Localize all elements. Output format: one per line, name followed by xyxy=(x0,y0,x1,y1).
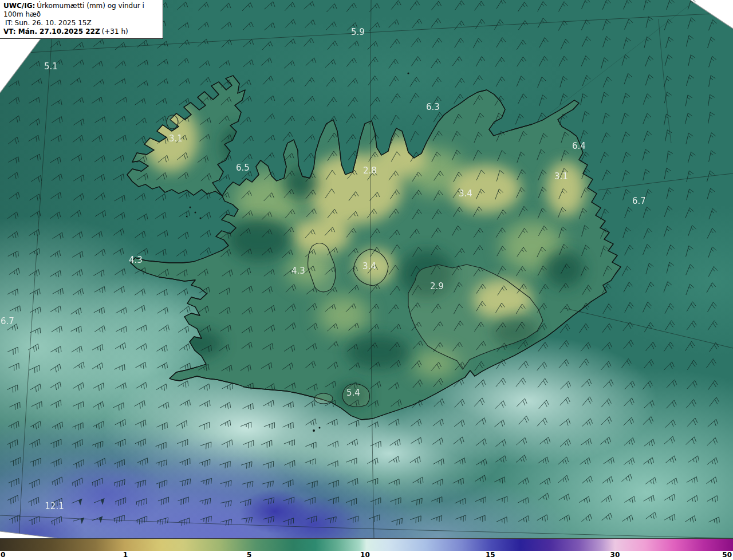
colorbar-tick-label: 5 xyxy=(247,551,251,559)
init-label: IT: xyxy=(5,19,13,27)
map-canvas: 5.95.13.16.36.46.52.83.43.16.74.34.33.42… xyxy=(0,0,733,538)
colorbar-tick-label: 15 xyxy=(486,551,495,559)
product-id: UWC/IG: xyxy=(3,2,35,10)
colorbar-gradient xyxy=(0,538,733,551)
lead-time: (+31 h) xyxy=(102,27,128,36)
contour-value-label: 5.1 xyxy=(44,61,58,72)
contour-value-label: 3.4 xyxy=(362,261,376,271)
contour-value-label: 3.4 xyxy=(459,188,472,199)
colorbar-tick-label: 10 xyxy=(360,551,370,559)
colorbar-tick-label: 30 xyxy=(610,551,620,559)
colorbar-tick-label: 50 xyxy=(722,551,732,559)
valid-time-line: VT: Mán. 27.10.2025 22Z(+31 h) xyxy=(3,27,159,36)
contour-value-label: 12.1 xyxy=(45,501,64,511)
contour-value-label: 3.1 xyxy=(169,133,183,144)
colorbar-tick-labels: 01510153050 xyxy=(0,551,733,560)
contour-value-label: 3.1 xyxy=(554,171,568,182)
valid-time: VT: Mán. 27.10.2025 22Z xyxy=(3,27,100,36)
contour-value-label: 6.4 xyxy=(572,141,586,151)
product-title-line: UWC/IG:Úrkomumætti (mm) og vindur i 100m… xyxy=(3,2,159,19)
contour-value-label: 4.3 xyxy=(129,255,143,265)
title-box: UWC/IG:Úrkomumætti (mm) og vindur i 100m… xyxy=(0,0,163,39)
contour-value-label: 4.3 xyxy=(291,266,305,276)
contour-value-label: 2.9 xyxy=(430,281,444,291)
weather-map-product: 5.95.13.16.36.46.52.83.43.16.74.34.33.42… xyxy=(0,0,733,560)
colorbar-tick-label: 1 xyxy=(123,551,128,559)
iceland-landmass xyxy=(127,72,621,432)
contour-value-label: 5.4 xyxy=(346,388,360,398)
contour-value-label: 5.9 xyxy=(351,27,365,37)
colorbar: 01510153050 xyxy=(0,538,733,560)
contour-value-label: 6.7 xyxy=(1,316,14,326)
init-time-line: IT:Sun. 26. 10. 2025 15Z xyxy=(3,19,159,27)
contour-value-label: 6.5 xyxy=(236,163,250,173)
contour-value-label: 6.7 xyxy=(632,196,646,206)
wind-barb-pennants xyxy=(78,499,105,524)
colorbar-tick-label: 0 xyxy=(1,551,5,559)
contour-value-label: 2.8 xyxy=(363,165,377,176)
contour-value-label: 6.3 xyxy=(426,102,440,112)
init-time: Sun. 26. 10. 2025 15Z xyxy=(15,19,92,27)
